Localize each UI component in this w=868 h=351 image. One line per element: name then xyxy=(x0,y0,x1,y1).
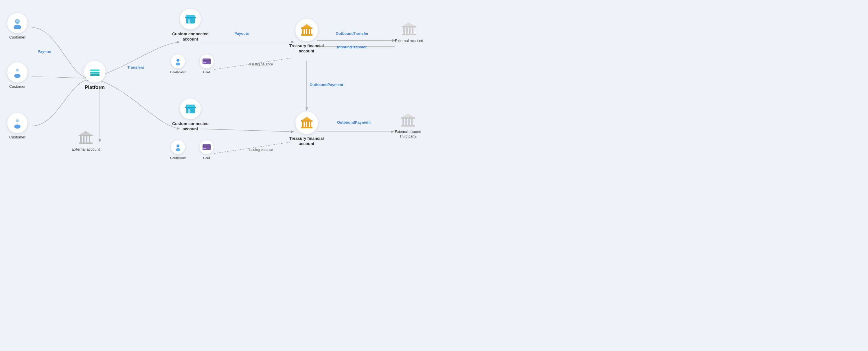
transfers-label: Transfers xyxy=(127,65,144,69)
svg-rect-31 xyxy=(185,17,196,18)
person-icon xyxy=(11,18,23,29)
svg-rect-64 xyxy=(412,28,413,34)
outbound-payment-top-label: OutboundPayment xyxy=(310,83,343,87)
svg-rect-62 xyxy=(406,28,408,34)
treasury-bottom-label: Treasury financialaccount xyxy=(289,136,324,146)
card-top-icon xyxy=(199,54,214,68)
cardholder-bottom-icon xyxy=(171,140,185,154)
svg-rect-63 xyxy=(409,28,410,34)
connected-account-bottom-node: Custom connectedaccount xyxy=(172,98,209,131)
shop-top-icon xyxy=(180,9,201,30)
treasury-bottom-icon xyxy=(296,112,318,134)
customer1-node: Customer xyxy=(7,13,28,40)
svg-line-2 xyxy=(201,129,294,132)
svg-point-13 xyxy=(14,25,21,29)
svg-point-42 xyxy=(176,148,180,151)
svg-rect-59 xyxy=(301,120,312,122)
svg-rect-27 xyxy=(79,135,93,136)
svg-rect-73 xyxy=(401,117,415,119)
card-bottom-svg xyxy=(202,144,211,150)
customer2-label: Customer xyxy=(9,84,26,89)
inbound-transfer-label: InboundTransfer xyxy=(337,45,367,49)
svg-rect-49 xyxy=(307,29,309,34)
card-top-svg xyxy=(202,58,211,65)
payouts-label: Payouts xyxy=(235,31,249,36)
pay-ins-label: Pay-ins xyxy=(38,49,51,54)
store-top-icon xyxy=(184,13,196,25)
svg-rect-20 xyxy=(90,74,99,76)
svg-rect-54 xyxy=(302,122,304,127)
svg-rect-29 xyxy=(188,20,190,24)
layers-icon xyxy=(89,65,101,78)
svg-rect-46 xyxy=(301,34,312,36)
external-account-bottom-label: External account xyxy=(72,147,100,152)
card-bottom-icon xyxy=(199,140,214,154)
store-bottom-icon xyxy=(184,103,196,115)
cardholder-top-person-icon xyxy=(174,57,182,65)
outbound-transfer-label: OutboundTransfer xyxy=(336,31,368,36)
svg-rect-24 xyxy=(86,136,87,143)
svg-rect-47 xyxy=(302,29,304,34)
svg-rect-19 xyxy=(90,69,99,71)
person3-icon xyxy=(11,117,23,129)
connected-account-top-label: Custom connectedaccount xyxy=(172,31,209,42)
connections-svg xyxy=(0,0,434,175)
diagram-container: Pay-ins Transfers Payouts OutboundTransf… xyxy=(0,0,434,175)
customer2-node: Customer xyxy=(7,62,28,89)
cardholder-bottom-node: Cardholder xyxy=(170,140,186,160)
svg-rect-44 xyxy=(203,146,211,147)
svg-rect-39 xyxy=(203,60,211,61)
svg-rect-61 xyxy=(403,28,405,34)
cardholder-top-node: Cardholder xyxy=(170,54,186,74)
customer1-icon xyxy=(7,13,28,33)
svg-point-12 xyxy=(16,20,19,22)
card-top-node: Card xyxy=(199,54,214,74)
shop-bottom-icon xyxy=(180,98,201,119)
svg-rect-71 xyxy=(411,119,412,125)
treasury-top-icon xyxy=(296,19,318,41)
svg-point-41 xyxy=(177,145,179,147)
treasury-bottom-node: Treasury financialaccount xyxy=(289,112,324,146)
svg-rect-50 xyxy=(310,29,311,34)
card-bottom-node: Card xyxy=(199,140,214,160)
svg-rect-35 xyxy=(185,107,196,108)
bank-top-icon xyxy=(300,24,313,36)
cardholder-top-icon xyxy=(171,54,185,68)
customer1-label: Customer xyxy=(9,35,26,40)
external-account-bottom-right-node: External accountThird party xyxy=(395,113,421,139)
external-account-bottom-node: External account xyxy=(72,130,100,152)
card-bottom-label: Card xyxy=(203,156,210,160)
svg-rect-25 xyxy=(89,136,90,143)
customer2-icon xyxy=(7,62,28,83)
bank-bottom2-icon xyxy=(300,116,313,129)
treasury-top-node: Treasury financialaccount xyxy=(289,19,324,54)
svg-point-37 xyxy=(176,63,180,65)
outbound-payment-bottom-label: OutboundPayment xyxy=(337,120,371,124)
svg-point-36 xyxy=(177,59,179,62)
svg-rect-48 xyxy=(305,29,306,34)
svg-rect-40 xyxy=(203,62,206,63)
svg-point-14 xyxy=(16,69,19,71)
card-top-label: Card xyxy=(203,70,210,74)
cardholder-top-label: Cardholder xyxy=(170,70,186,74)
person2-icon xyxy=(11,67,23,78)
svg-rect-55 xyxy=(305,122,306,127)
connected-account-top-node: Custom connectedaccount xyxy=(172,9,209,42)
svg-point-16 xyxy=(16,119,19,122)
svg-rect-57 xyxy=(310,122,311,127)
external-account-bottom-right-label: External accountThird party xyxy=(395,130,421,139)
svg-rect-53 xyxy=(301,127,312,128)
svg-rect-22 xyxy=(80,136,82,143)
issuing-balance-bottom-label: Issuing balance xyxy=(249,148,273,152)
cardholder-bottom-label: Cardholder xyxy=(170,156,186,160)
svg-rect-67 xyxy=(401,125,415,126)
svg-rect-23 xyxy=(83,136,85,143)
svg-rect-45 xyxy=(203,148,206,149)
connected-account-bottom-label: Custom connectedaccount xyxy=(172,121,209,131)
svg-rect-70 xyxy=(408,119,410,125)
svg-rect-69 xyxy=(405,119,407,125)
bank-external-top-icon xyxy=(401,22,417,37)
bank-bottom-icon xyxy=(77,130,94,145)
svg-point-15 xyxy=(14,74,21,78)
customer3-icon xyxy=(7,113,28,133)
